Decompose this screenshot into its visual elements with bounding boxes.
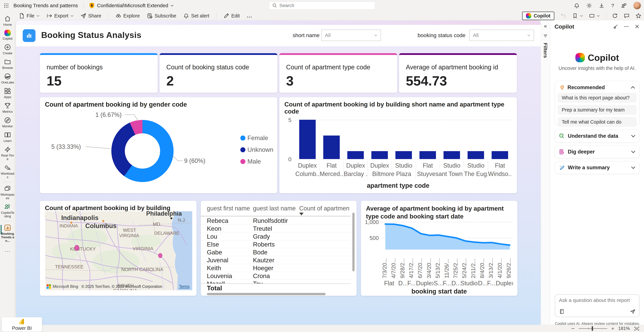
table-row[interactable]: ElseRoberts: [201, 240, 350, 248]
sidebar-item-workloads[interactable]: Workloads: [0, 163, 15, 180]
settings-icon[interactable]: [586, 3, 592, 8]
more-options-icon[interactable]: [624, 24, 629, 29]
sidebar-item-realtime[interactable]: Real-Time: [0, 144, 15, 163]
legend-item[interactable]: Female: [240, 135, 273, 142]
copilot-toggle-button[interactable]: Copilot: [522, 11, 554, 20]
sidebar-item-copilottesting[interactable]: CopilotTesting: [0, 201, 15, 220]
legend-item[interactable]: Unknown: [240, 146, 273, 153]
avatar[interactable]: [633, 2, 641, 9]
bing-map[interactable]: IndianapolisColumbusINDIANAPhiladelphiaN…: [45, 211, 192, 290]
zoom-out-button[interactable]: −: [571, 325, 575, 332]
bar[interactable]: [420, 151, 436, 159]
bar[interactable]: [299, 120, 316, 159]
table-row[interactable]: GabeBode: [201, 248, 350, 256]
section-dig-deeper[interactable]: Dig deeper: [555, 146, 640, 158]
bookmarks-menu[interactable]: [572, 13, 583, 19]
table-row[interactable]: LouveniaCrona: [201, 272, 350, 280]
search-input[interactable]: [279, 3, 367, 8]
edit-button[interactable]: Edit: [224, 13, 240, 19]
sidebar-item-apps[interactable]: Apps: [0, 86, 15, 100]
bar[interactable]: [347, 151, 364, 159]
bar-chart-card[interactable]: Count of apartment booking id by buildin…: [279, 97, 517, 193]
table-row[interactable]: RebecaRunolfsdottir: [201, 217, 350, 224]
more-options[interactable]: ...: [247, 13, 252, 19]
bar[interactable]: [492, 151, 508, 159]
sidebar-item-learn[interactable]: Learn: [0, 130, 15, 144]
set-alert-button[interactable]: Set alert: [183, 13, 209, 19]
sidebar-item-create[interactable]: Create: [0, 42, 15, 57]
favorite-star-icon[interactable]: [636, 13, 641, 19]
sidebar-item-home[interactable]: Home: [0, 13, 15, 28]
table-row[interactable]: JuvenalKautzer: [201, 256, 350, 264]
file-menu[interactable]: File: [19, 13, 40, 19]
copilot-question-input[interactable]: [555, 294, 640, 317]
map-terms-link[interactable]: Terms: [179, 284, 190, 289]
sidebar-item-metrics[interactable]: Metrics: [0, 100, 15, 115]
kpi-card-booking-status-count[interactable]: Count of booking status code 2: [160, 53, 277, 93]
notebook-icon[interactable]: [559, 309, 564, 314]
suggestion-chip[interactable]: Tell me what Copilot can do: [558, 117, 636, 127]
fit-to-page-icon[interactable]: [634, 326, 640, 331]
table-header-count[interactable]: Count of apartment bo: [299, 205, 350, 212]
kpi-card-number-of-bookings[interactable]: number of bookings 15: [40, 53, 158, 93]
chevron-up-icon[interactable]: [630, 86, 635, 89]
sidebar-item-copilot[interactable]: Copilot: [0, 28, 15, 42]
section-write-a-summary[interactable]: Write a summary: [555, 161, 640, 174]
download-icon[interactable]: [599, 3, 604, 8]
filters-pane-collapsed[interactable]: « Filters: [541, 20, 550, 332]
bar[interactable]: [468, 151, 484, 159]
filter-dropdown-short-name[interactable]: All: [321, 29, 381, 41]
app-launcher-icon[interactable]: [3, 3, 9, 8]
bar[interactable]: [444, 151, 460, 159]
legend-item[interactable]: Male: [240, 158, 273, 165]
table-row[interactable]: KeithHoeger: [201, 264, 350, 272]
sidebar-item-onelake[interactable]: OneLake: [0, 71, 15, 86]
sidebar-overflow[interactable]: ...: [5, 244, 10, 253]
table-header-last-name[interactable]: guest last name: [253, 205, 298, 212]
feedback-icon[interactable]: [621, 3, 626, 8]
explore-button[interactable]: Explore: [116, 13, 140, 19]
clear-chat-broom-icon[interactable]: [613, 24, 618, 29]
sidebar-item-workspaces[interactable]: Workspaces: [0, 183, 15, 201]
bing-logo[interactable]: Microsoft Bing: [46, 284, 78, 289]
kpi-card-apartment-type-count[interactable]: Count of apartment type code 3: [279, 53, 397, 93]
sidebar-item-browse[interactable]: Browse: [0, 57, 15, 71]
global-search[interactable]: [269, 2, 375, 9]
suggestion-chip[interactable]: What is this report page about?: [558, 93, 636, 103]
section-understand-the-data[interactable]: Understand the data: [555, 130, 640, 142]
help-icon[interactable]: ?: [611, 3, 614, 8]
share-button[interactable]: Share: [80, 13, 101, 19]
sidebar-item-booking-trends[interactable]: Booking Trends an...: [0, 222, 15, 244]
table-row[interactable]: KeonTreutel: [201, 224, 350, 232]
zoom-slider-handle[interactable]: [592, 326, 593, 331]
table-card[interactable]: guest first name guest last name Count o…: [201, 201, 356, 296]
filter-dropdown-booking-status[interactable]: All: [469, 29, 534, 41]
table-row[interactable]: MozellToy: [201, 280, 350, 284]
map-card[interactable]: Count of apartment booking id by buildin…: [40, 201, 196, 296]
expand-pane-icon[interactable]: «: [544, 23, 547, 29]
refresh-icon[interactable]: [612, 13, 618, 19]
power-bi-badge[interactable]: Power BI: [2, 317, 42, 332]
comments-icon[interactable]: [624, 13, 630, 19]
copilot-input-field[interactable]: [559, 297, 636, 303]
bar[interactable]: [371, 151, 388, 159]
report-breadcrumb[interactable]: Booking Trends and patterns: [14, 3, 78, 8]
close-icon[interactable]: [634, 24, 640, 29]
vertical-scrollbar[interactable]: [352, 213, 354, 271]
export-menu[interactable]: Export: [46, 13, 74, 19]
subscribe-button[interactable]: Subscribe: [147, 13, 176, 19]
table-row[interactable]: LouGrady: [201, 232, 350, 240]
sensitivity-label[interactable]: Confidential\Microsoft Extended: [89, 2, 174, 9]
send-icon[interactable]: [630, 308, 636, 314]
kpi-card-avg-booking-id[interactable]: Average of apartment booking id 554.73: [399, 53, 517, 93]
zoom-in-button[interactable]: +: [611, 326, 614, 332]
line-chart-card[interactable]: Average of apartment booking id by apart…: [361, 201, 517, 296]
bar[interactable]: [396, 151, 412, 159]
bar[interactable]: [323, 136, 340, 159]
view-menu[interactable]: [589, 13, 600, 19]
table-header-first-name[interactable]: guest first name: [207, 205, 252, 212]
zoom-slider[interactable]: [578, 328, 607, 329]
donut-chart-card[interactable]: Count of apartment booking id by gender …: [40, 97, 277, 193]
sidebar-item-monitor[interactable]: Monitor: [0, 115, 15, 130]
horizontal-scrollbar[interactable]: [207, 293, 326, 295]
